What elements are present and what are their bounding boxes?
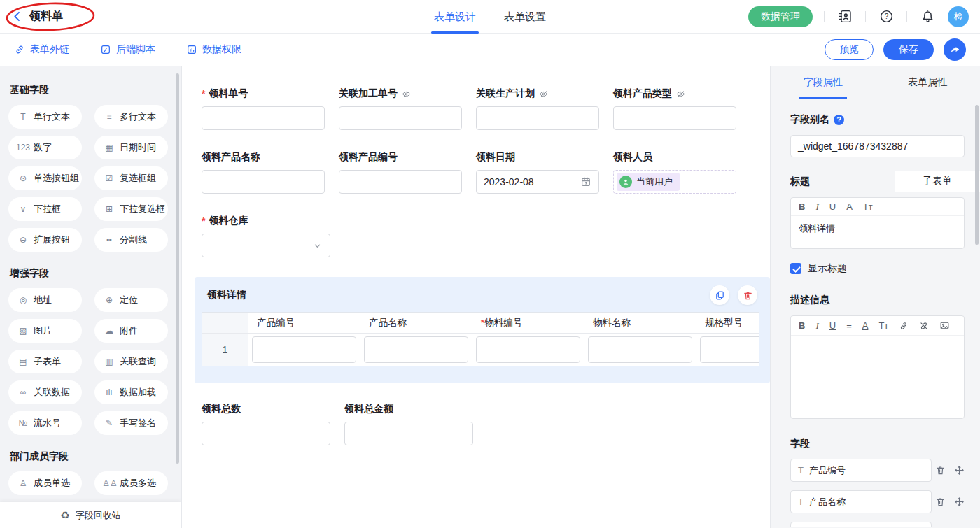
field-type-label: 图片 — [34, 324, 52, 337]
date-input[interactable]: 2023-02-08 — [476, 170, 599, 194]
field-data-load[interactable]: ılı 数据加载 — [94, 380, 168, 404]
copy-widget-button[interactable] — [710, 285, 729, 305]
field-subform[interactable]: ▤ 子表单 — [8, 350, 82, 373]
move-field-button[interactable] — [954, 497, 965, 507]
field-linked-query[interactable]: ▥ 关联查询 — [94, 350, 168, 373]
field-staff[interactable]: 领料人员 当前用户 — [613, 151, 736, 194]
field-checkbox-group[interactable]: ☑ 复选框组 — [94, 166, 168, 190]
field-total-qty[interactable]: 领料总数 — [202, 403, 330, 445]
contacts-button[interactable] — [836, 8, 854, 26]
field-item[interactable]: T 产品编号 — [790, 459, 932, 482]
product-no-input[interactable] — [339, 170, 462, 194]
current-user-chip[interactable]: 当前用户 — [617, 173, 680, 191]
subform-cell-input[interactable] — [364, 336, 468, 363]
field-item[interactable]: T 物料编号 — [790, 522, 932, 527]
field-select[interactable]: ∨ 下拉框 — [8, 197, 82, 221]
bold-button[interactable]: B — [799, 202, 805, 211]
data-manage-button[interactable]: 数据管理 — [748, 6, 813, 27]
font-size-button[interactable]: Tт — [878, 321, 888, 330]
help-badge-icon[interactable]: ? — [834, 115, 844, 125]
underline-button[interactable]: U — [830, 321, 836, 330]
field-number[interactable]: 123 数字 — [8, 136, 82, 159]
alias-input[interactable]: _widget_1667873432887 — [790, 135, 965, 157]
form-external-link[interactable]: 表单外链 — [14, 43, 69, 56]
field-product-no[interactable]: 领料产品编号 — [339, 151, 462, 194]
field-recycle-bin-button[interactable]: ♻ 字段回收站 — [0, 502, 181, 528]
subform-cell-input[interactable] — [700, 336, 760, 363]
field-datetime[interactable]: ▦ 日期时间 — [94, 136, 168, 159]
font-color-button[interactable]: A — [846, 202, 853, 211]
field-warehouse[interactable]: *领料仓库 — [202, 215, 330, 257]
tab-form-settings[interactable]: 表单设置 — [498, 0, 552, 34]
italic-button[interactable]: I — [816, 202, 818, 211]
italic-button[interactable]: I — [816, 321, 818, 330]
subform-cell-input[interactable] — [476, 336, 580, 363]
field-image[interactable]: ▧ 图片 — [8, 319, 82, 343]
field-multi-select[interactable]: ⊞ 下拉复选框 — [94, 197, 168, 221]
underline-button[interactable]: U — [830, 202, 836, 211]
field-address[interactable]: ◎ 地址 — [8, 288, 82, 312]
staff-input[interactable]: 当前用户 — [613, 170, 736, 194]
bold-button[interactable]: B — [799, 321, 805, 330]
field-total-amount[interactable]: 领料总金额 — [344, 403, 473, 445]
description-editor-content[interactable] — [791, 336, 964, 418]
field-serial-number[interactable]: № 流水号 — [8, 411, 82, 435]
field-location[interactable]: ⊕ 定位 — [94, 288, 168, 312]
production-plan-input[interactable] — [476, 106, 599, 130]
field-process-order[interactable]: 关联加工单号 — [339, 87, 462, 130]
backend-script-link[interactable]: 后端脚本 — [100, 43, 155, 56]
field-extend-button[interactable]: ⊖ 扩展按钮 — [8, 228, 82, 252]
tab-form-props[interactable]: 表单属性 — [876, 66, 980, 99]
field-radio-group[interactable]: ⊙ 单选按钮组 — [8, 166, 82, 190]
total-qty-input[interactable] — [202, 422, 330, 445]
inspector-scrollbar[interactable] — [975, 105, 979, 245]
total-amount-input[interactable] — [344, 422, 473, 445]
tab-form-design[interactable]: 表单设计 — [428, 0, 482, 34]
subform-cell-input[interactable] — [588, 336, 692, 363]
font-size-button[interactable]: Tт — [863, 202, 873, 211]
field-date[interactable]: 领料日期 2023-02-08 — [476, 151, 599, 194]
field-item[interactable]: T 产品名称 — [790, 490, 932, 513]
field-member-single[interactable]: ♙ 成员单选 — [8, 471, 82, 495]
delete-field-button[interactable] — [935, 497, 946, 507]
field-product-type[interactable]: 领料产品类型 — [613, 87, 736, 130]
show-title-checkbox[interactable] — [790, 263, 802, 274]
field-signature[interactable]: ✎ 手写签名 — [94, 411, 168, 435]
field-member-multi[interactable]: ♙♙ 成员多选 — [94, 471, 168, 495]
field-attachment[interactable]: ☁ 附件 — [94, 319, 168, 343]
sidebar-scrollbar[interactable] — [176, 73, 179, 464]
font-color-button[interactable]: A — [862, 321, 869, 330]
process-order-input[interactable] — [339, 106, 462, 130]
help-button[interactable]: ? — [877, 8, 895, 26]
share-button[interactable] — [944, 38, 966, 61]
field-product-name[interactable]: 领料产品名称 — [202, 151, 325, 194]
field-order-no[interactable]: *领料单号 — [202, 87, 325, 130]
tab-field-props[interactable]: 字段属性 — [771, 66, 876, 99]
product-name-input[interactable] — [202, 170, 325, 194]
align-button[interactable]: ≡ — [846, 321, 852, 330]
preview-button[interactable]: 预览 — [825, 39, 874, 60]
field-multi-line-text[interactable]: ≡ 多行文本 — [94, 105, 168, 129]
insert-image-button[interactable] — [939, 320, 950, 331]
user-avatar[interactable]: 检 — [948, 6, 969, 27]
subform-widget[interactable]: 领料详情 — [195, 277, 770, 383]
insert-link-button[interactable] — [899, 321, 909, 331]
data-permission-link[interactable]: 数据权限 — [186, 43, 241, 56]
field-linked-data[interactable]: ∞ 关联数据 — [8, 380, 82, 404]
remove-link-button[interactable] — [919, 321, 929, 331]
delete-widget-button[interactable] — [738, 285, 757, 305]
link-icon — [14, 44, 25, 55]
move-field-button[interactable] — [954, 465, 965, 476]
product-type-input[interactable] — [613, 106, 736, 130]
notifications-button[interactable] — [918, 8, 937, 26]
order-no-input[interactable] — [202, 106, 325, 130]
title-editor-content[interactable]: 领料详情 — [791, 216, 964, 248]
subform-cell-input[interactable] — [252, 336, 356, 363]
back-button[interactable]: 领料单 — [11, 9, 63, 24]
field-single-line-text[interactable]: T 单行文本 — [8, 105, 82, 129]
delete-field-button[interactable] — [935, 465, 946, 476]
field-production-plan[interactable]: 关联生产计划 — [476, 87, 599, 130]
warehouse-select[interactable] — [202, 234, 330, 257]
save-button[interactable]: 保存 — [883, 39, 934, 60]
field-divider[interactable]: ╍ 分割线 — [94, 228, 168, 252]
